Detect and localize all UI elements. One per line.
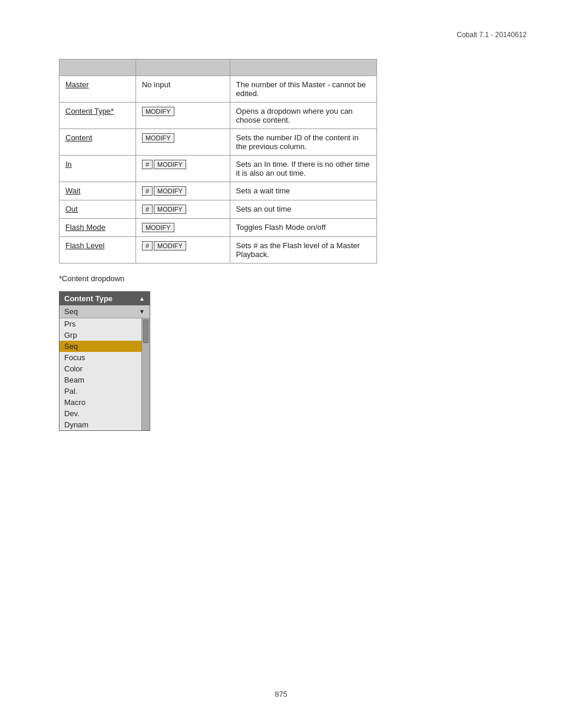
row-description: Sets a wait time bbox=[230, 182, 376, 200]
modify-button[interactable]: MODIFY bbox=[142, 107, 174, 116]
row-control[interactable]: #MODIFY bbox=[135, 156, 230, 182]
row-label: Flash Mode bbox=[59, 219, 136, 237]
col-header-2 bbox=[135, 60, 230, 76]
hash-box: # bbox=[142, 160, 153, 169]
row-description: The number of this Master - cannot be ed… bbox=[230, 76, 376, 103]
table-row: Content Type*MODIFYOpens a dropdown wher… bbox=[59, 103, 377, 129]
reference-table: MasterNo inputThe number of this Master … bbox=[59, 59, 377, 263]
main-content: MasterNo inputThe number of this Master … bbox=[59, 59, 503, 431]
row-label: Content bbox=[59, 129, 136, 156]
table-row: In#MODIFYSets an In time. If there is no… bbox=[59, 156, 377, 182]
dropdown-item[interactable]: Focus bbox=[59, 352, 141, 363]
modify-button[interactable]: MODIFY bbox=[142, 133, 174, 143]
row-description: Sets the number ID of the content in the… bbox=[230, 129, 376, 156]
dropdown-item[interactable]: Seq bbox=[59, 341, 141, 352]
row-description: Sets an out time bbox=[230, 200, 376, 219]
col-header-3 bbox=[230, 60, 376, 76]
row-description: Opens a dropdown where you can choose co… bbox=[230, 103, 376, 129]
table-row: Flash ModeMODIFYToggles Flash Mode on/of… bbox=[59, 219, 377, 237]
dropdown-item[interactable]: Dynam bbox=[59, 419, 141, 430]
dropdown-selected-value: Seq bbox=[64, 307, 78, 316]
modify-button[interactable]: MODIFY bbox=[154, 160, 186, 169]
row-label: Out bbox=[59, 200, 136, 219]
row-description: Sets # as the Flash level of a Master Pl… bbox=[230, 237, 376, 263]
content-note: *Content dropdown bbox=[59, 274, 503, 283]
col-header-1 bbox=[59, 60, 136, 76]
row-control[interactable]: No input bbox=[135, 76, 230, 103]
row-control[interactable]: MODIFY bbox=[135, 219, 230, 237]
dropdown-selected[interactable]: Seq ▼ bbox=[59, 305, 150, 318]
dropdown-item[interactable]: Beam bbox=[59, 374, 141, 386]
row-control[interactable]: #MODIFY bbox=[135, 237, 230, 263]
dropdown-item[interactable]: Prs bbox=[59, 318, 141, 330]
hash-box: # bbox=[142, 205, 153, 214]
version-label: Cobalt 7.1 - 20140612 bbox=[457, 31, 527, 39]
row-label: Master bbox=[59, 76, 136, 103]
row-label: Content Type* bbox=[59, 103, 136, 129]
table-row: Wait#MODIFYSets a wait time bbox=[59, 182, 377, 200]
dropdown-item[interactable]: Grp bbox=[59, 330, 141, 341]
arrow-down-icon: ▼ bbox=[139, 308, 145, 315]
dropdown-item[interactable]: Dev. bbox=[59, 408, 141, 419]
modify-button[interactable]: MODIFY bbox=[154, 241, 186, 251]
hash-box: # bbox=[142, 241, 153, 251]
hash-box: # bbox=[142, 186, 153, 196]
page-number: 875 bbox=[275, 690, 287, 699]
row-label: In bbox=[59, 156, 136, 182]
modify-button[interactable]: MODIFY bbox=[142, 223, 174, 232]
arrow-up-icon: ▲ bbox=[139, 295, 145, 302]
row-control[interactable]: #MODIFY bbox=[135, 182, 230, 200]
row-control[interactable]: MODIFY bbox=[135, 103, 230, 129]
row-description: Toggles Flash Mode on/off bbox=[230, 219, 376, 237]
table-row: MasterNo inputThe number of this Master … bbox=[59, 76, 377, 103]
dropdown-item[interactable]: Macro bbox=[59, 397, 141, 408]
row-label: Flash Level bbox=[59, 237, 136, 263]
scroll-thumb[interactable] bbox=[143, 319, 148, 343]
row-description: Sets an In time. If there is no other ti… bbox=[230, 156, 376, 182]
table-row: Out#MODIFYSets an out time bbox=[59, 200, 377, 219]
dropdown-list: PrsGrpSeqFocusColorBeamPal.MacroDev.Dyna… bbox=[59, 318, 150, 430]
dropdown-item[interactable]: Color bbox=[59, 363, 141, 374]
dropdown-item[interactable]: Pal. bbox=[59, 386, 141, 397]
content-type-dropdown[interactable]: Content Type ▲ Seq ▼ PrsGrpSeqFocusColor… bbox=[59, 291, 150, 431]
row-control[interactable]: MODIFY bbox=[135, 129, 230, 156]
row-control[interactable]: #MODIFY bbox=[135, 200, 230, 219]
row-label: Wait bbox=[59, 182, 136, 200]
dropdown-header: Content Type ▲ bbox=[59, 292, 150, 305]
table-row: ContentMODIFYSets the number ID of the c… bbox=[59, 129, 377, 156]
dropdown-title: Content Type bbox=[64, 294, 113, 303]
modify-button[interactable]: MODIFY bbox=[154, 186, 186, 196]
table-row: Flash Level#MODIFYSets # as the Flash le… bbox=[59, 237, 377, 263]
modify-button[interactable]: MODIFY bbox=[154, 205, 186, 214]
scrollbar[interactable] bbox=[141, 318, 150, 430]
